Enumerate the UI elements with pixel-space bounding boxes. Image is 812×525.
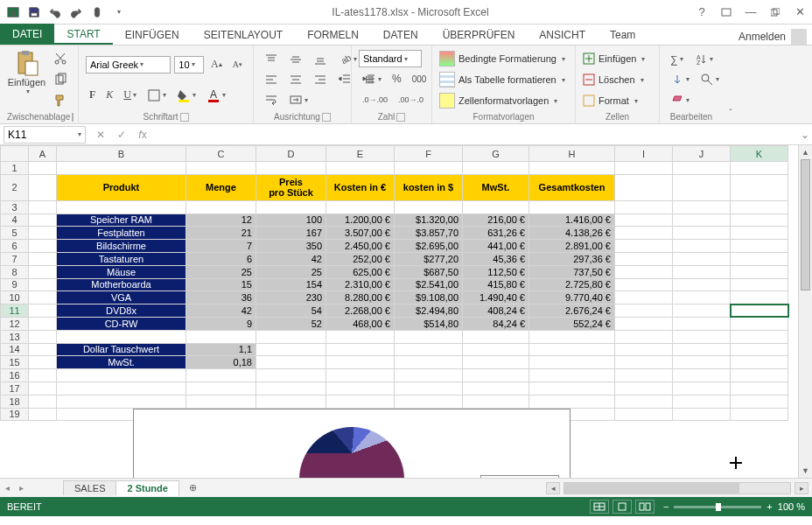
font-color-icon[interactable]: A▾ bbox=[203, 86, 229, 105]
row-header[interactable]: 8 bbox=[1, 265, 29, 278]
cell[interactable]: Gesamtkosten bbox=[529, 174, 615, 200]
cell[interactable] bbox=[29, 200, 57, 214]
col-I[interactable]: I bbox=[615, 146, 673, 162]
format-cells-button[interactable]: Format▾ bbox=[583, 94, 652, 107]
row-header[interactable]: 12 bbox=[1, 317, 29, 330]
cell[interactable]: 230 bbox=[256, 291, 326, 304]
cell[interactable] bbox=[615, 369, 673, 382]
cell[interactable]: 12 bbox=[186, 214, 256, 227]
cell[interactable] bbox=[673, 265, 731, 278]
expand-formula-bar-icon[interactable]: ⌄ bbox=[798, 129, 812, 141]
cell[interactable] bbox=[256, 395, 326, 408]
comma-icon[interactable]: 000 bbox=[409, 69, 430, 88]
zoom-slider[interactable] bbox=[674, 506, 761, 508]
row-header[interactable]: 14 bbox=[1, 343, 29, 356]
cell[interactable]: MwSt. bbox=[57, 356, 186, 369]
cell[interactable] bbox=[395, 343, 463, 356]
cell[interactable] bbox=[731, 214, 788, 227]
cell[interactable] bbox=[731, 162, 788, 175]
cell[interactable] bbox=[256, 162, 326, 175]
cell[interactable]: 350 bbox=[256, 240, 326, 253]
row-header[interactable]: 9 bbox=[1, 278, 29, 291]
cancel-edit-icon[interactable]: ✕ bbox=[93, 129, 108, 141]
cell[interactable]: 0,18 bbox=[186, 356, 256, 369]
vertical-scrollbar[interactable]: ▲ ▼ bbox=[798, 145, 812, 478]
cell[interactable]: 441,00 € bbox=[463, 240, 529, 253]
cell[interactable] bbox=[29, 278, 57, 291]
scroll-thumb[interactable] bbox=[801, 159, 810, 290]
cell[interactable] bbox=[29, 252, 57, 265]
tab-review[interactable]: ÜBERPRÜFEN bbox=[430, 25, 528, 45]
cell[interactable] bbox=[395, 395, 463, 408]
cell[interactable] bbox=[395, 382, 463, 395]
column-headers[interactable]: A B C D E F G H I J K bbox=[1, 146, 788, 162]
cell[interactable] bbox=[186, 162, 256, 175]
cell[interactable] bbox=[395, 162, 463, 175]
cell[interactable] bbox=[731, 265, 788, 278]
cell[interactable]: 2.310,00 € bbox=[326, 278, 395, 291]
tab-pagelayout[interactable]: SEITENLAYOUT bbox=[192, 25, 295, 45]
ribbon-display-icon[interactable] bbox=[714, 2, 738, 23]
cell[interactable]: $2.494,80 bbox=[395, 304, 463, 318]
cell[interactable] bbox=[673, 252, 731, 265]
cell[interactable] bbox=[29, 330, 57, 343]
cell[interactable] bbox=[615, 227, 673, 240]
cell[interactable] bbox=[615, 162, 673, 175]
row-header[interactable]: 1 bbox=[1, 162, 29, 175]
cell[interactable] bbox=[29, 369, 57, 382]
cell[interactable] bbox=[615, 174, 673, 200]
cell[interactable]: 112,50 € bbox=[463, 265, 529, 278]
select-all-button[interactable] bbox=[1, 146, 29, 162]
cell[interactable]: 9.770,40 € bbox=[529, 291, 615, 304]
tab-insert[interactable]: EINFÜGEN bbox=[113, 25, 192, 45]
clear-icon[interactable]: ▾ bbox=[667, 90, 693, 109]
paste-button[interactable]: Einfügen▾ bbox=[7, 49, 46, 95]
cell[interactable] bbox=[57, 395, 186, 408]
cell[interactable] bbox=[615, 317, 673, 330]
cell[interactable]: 737,50 € bbox=[529, 265, 615, 278]
cell[interactable] bbox=[256, 343, 326, 356]
cell[interactable] bbox=[463, 330, 529, 343]
col-C[interactable]: C bbox=[186, 146, 256, 162]
zoom-in-icon[interactable]: + bbox=[766, 501, 772, 512]
cell[interactable] bbox=[673, 278, 731, 291]
cell[interactable] bbox=[615, 408, 673, 421]
cell[interactable] bbox=[615, 304, 673, 318]
cell[interactable] bbox=[29, 395, 57, 408]
spreadsheet-grid[interactable]: A B C D E F G H I J K 12ProduktMengePrei… bbox=[0, 145, 788, 421]
cell[interactable]: 21 bbox=[186, 227, 256, 240]
cell[interactable] bbox=[529, 330, 615, 343]
row-header[interactable]: 10 bbox=[1, 291, 29, 304]
cell[interactable] bbox=[673, 304, 731, 318]
cell[interactable]: 25 bbox=[186, 265, 256, 278]
cell[interactable] bbox=[529, 382, 615, 395]
cell[interactable]: 297,36 € bbox=[529, 252, 615, 265]
cell[interactable] bbox=[673, 174, 731, 200]
cell[interactable] bbox=[463, 356, 529, 369]
col-G[interactable]: G bbox=[463, 146, 529, 162]
cell[interactable] bbox=[731, 174, 788, 200]
cell[interactable] bbox=[731, 330, 788, 343]
cell[interactable] bbox=[256, 330, 326, 343]
save-icon[interactable] bbox=[24, 3, 44, 22]
cell[interactable]: $3.857,70 bbox=[395, 227, 463, 240]
cell[interactable] bbox=[731, 200, 788, 214]
scroll-down-icon[interactable]: ▼ bbox=[799, 464, 812, 478]
collapse-ribbon-icon[interactable]: ˆ bbox=[723, 46, 738, 123]
cell[interactable]: $9.108,00 bbox=[395, 291, 463, 304]
cell[interactable] bbox=[29, 343, 57, 356]
cell[interactable]: 625,00 € bbox=[326, 265, 395, 278]
cell[interactable] bbox=[673, 291, 731, 304]
cell[interactable] bbox=[673, 408, 731, 421]
name-box[interactable]: K11▾ bbox=[4, 126, 86, 144]
cell[interactable] bbox=[673, 200, 731, 214]
cell[interactable] bbox=[673, 240, 731, 253]
col-F[interactable]: F bbox=[395, 146, 463, 162]
cell[interactable] bbox=[186, 369, 256, 382]
row-header[interactable]: 13 bbox=[1, 330, 29, 343]
row-header[interactable]: 15 bbox=[1, 356, 29, 369]
embedded-chart[interactable]: Speicher RAM bbox=[133, 409, 570, 478]
cell[interactable]: 3.507,00 € bbox=[326, 227, 395, 240]
tab-formulas[interactable]: FORMELN bbox=[295, 25, 371, 45]
cell[interactable]: Mäuse bbox=[57, 265, 186, 278]
